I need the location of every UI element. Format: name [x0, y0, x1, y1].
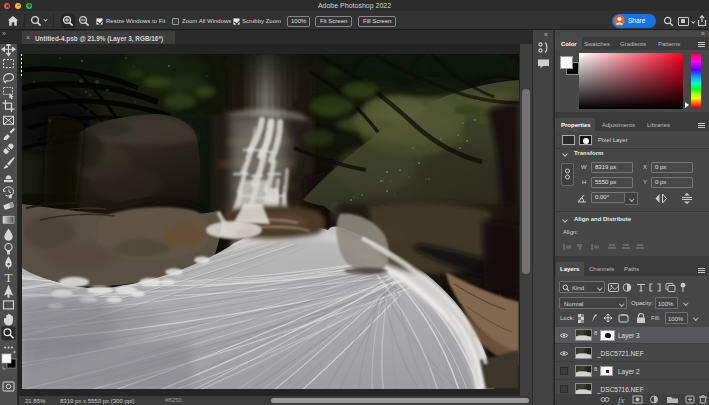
svg-text:T: T	[5, 270, 13, 285]
svg-text:fx: fx	[618, 395, 625, 405]
